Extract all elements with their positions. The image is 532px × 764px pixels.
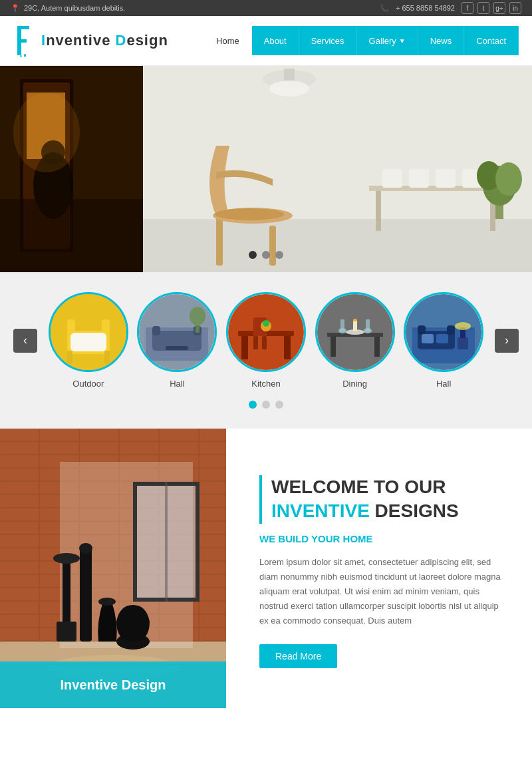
header: Inventive Design Home About Services Gal… bbox=[0, 16, 532, 66]
category-dining-circle bbox=[315, 292, 395, 372]
svg-point-93 bbox=[98, 598, 116, 606]
read-more-button[interactable]: Read More bbox=[259, 644, 337, 668]
svg-point-68 bbox=[353, 319, 357, 321]
svg-rect-51 bbox=[284, 336, 291, 359]
svg-rect-88 bbox=[196, 482, 200, 602]
nav-item-services[interactable]: Services bbox=[299, 26, 357, 55]
svg-rect-87 bbox=[133, 482, 137, 602]
logo-icon-svg bbox=[13, 25, 39, 57]
carousel-page-dot-3[interactable] bbox=[275, 401, 283, 409]
category-dining[interactable]: Dining bbox=[315, 292, 395, 389]
svg-rect-47 bbox=[166, 346, 188, 350]
category-outdoor[interactable]: Outdoor bbox=[49, 292, 128, 389]
svg-rect-12 bbox=[0, 199, 143, 272]
logo-text: Inventive Design bbox=[41, 32, 168, 49]
svg-rect-50 bbox=[241, 336, 248, 359]
svg-rect-61 bbox=[374, 337, 380, 357]
category-outdoor-circle bbox=[49, 292, 128, 372]
dropdown-arrow-icon: ▼ bbox=[399, 37, 406, 45]
svg-rect-90 bbox=[165, 482, 168, 602]
about-image-label-text: Inventive Design bbox=[61, 677, 166, 693]
carousel-pages bbox=[13, 401, 519, 409]
location-icon: 📍 bbox=[11, 4, 20, 13]
nav-item-news[interactable]: News bbox=[418, 26, 465, 55]
svg-rect-39 bbox=[70, 333, 106, 351]
facebook-icon[interactable]: f bbox=[462, 2, 473, 14]
svg-point-46 bbox=[190, 307, 205, 325]
twitter-icon[interactable]: t bbox=[477, 2, 489, 14]
about-title-line1: WELCOME TO OUR bbox=[271, 477, 446, 497]
svg-rect-54 bbox=[253, 336, 258, 349]
linkedin-icon[interactable]: in bbox=[509, 2, 521, 14]
svg-rect-27 bbox=[436, 169, 456, 188]
svg-rect-91 bbox=[80, 548, 92, 642]
category-kitchen-circle bbox=[226, 292, 306, 372]
svg-rect-4 bbox=[24, 54, 26, 57]
category-kitchen[interactable]: Kitchen bbox=[226, 292, 306, 389]
svg-rect-73 bbox=[447, 325, 455, 335]
category-kitchen-label: Kitchen bbox=[251, 379, 280, 389]
top-bar-left: 📍 29C, Autem quibusdam debitis. bbox=[11, 4, 125, 13]
svg-point-76 bbox=[455, 322, 471, 330]
svg-rect-15 bbox=[284, 69, 295, 82]
category-hall2-label: Hall bbox=[436, 379, 451, 389]
svg-rect-38 bbox=[104, 351, 110, 364]
categories-section: ‹ bbox=[0, 272, 532, 429]
main-nav: Home About Services Gallery ▼ News Conta… bbox=[204, 26, 519, 55]
category-hall-label: Hall bbox=[170, 379, 184, 389]
top-bar-right: 📞 + 655 8858 54892 f t g+ in bbox=[380, 2, 521, 14]
hero-right-panel bbox=[143, 66, 532, 272]
nav-item-contact[interactable]: Contact bbox=[464, 26, 519, 55]
carousel-next-button[interactable]: › bbox=[495, 329, 519, 353]
about-title: WELCOME TO OUR INVENTIVE DESIGNS bbox=[259, 475, 505, 524]
nav-item-gallery[interactable]: Gallery ▼ bbox=[357, 26, 418, 55]
svg-rect-2 bbox=[17, 39, 27, 43]
social-icons: f t g+ in bbox=[462, 2, 521, 14]
svg-rect-53 bbox=[253, 332, 267, 336]
about-title-line2: DESIGNS bbox=[375, 500, 459, 521]
about-title-highlight: INVENTIVE bbox=[271, 500, 370, 521]
carousel-page-dot-2[interactable] bbox=[262, 401, 270, 409]
category-hall2-circle bbox=[404, 292, 483, 372]
top-bar: 📍 29C, Autem quibusdam debitis. 📞 + 655 … bbox=[0, 0, 532, 16]
outdoor-image bbox=[51, 294, 126, 370]
slider-dot-3[interactable] bbox=[275, 251, 283, 259]
svg-rect-35 bbox=[67, 319, 75, 334]
nav-item-about[interactable]: About bbox=[252, 26, 299, 55]
categories-list: Outdoor bbox=[37, 292, 495, 389]
about-body-text: Lorem ipsum dolor sit amet, consectetuer… bbox=[259, 555, 505, 628]
hero-inner bbox=[0, 66, 532, 272]
svg-point-97 bbox=[53, 553, 80, 564]
slider-dot-2[interactable] bbox=[262, 251, 270, 259]
category-hall2[interactable]: Hall bbox=[404, 292, 483, 389]
carousel-prev-button[interactable]: ‹ bbox=[13, 329, 37, 353]
about-image-panel: Inventive Design bbox=[0, 429, 226, 708]
svg-rect-96 bbox=[63, 562, 70, 622]
svg-rect-3 bbox=[20, 55, 22, 57]
about-subtitle: WE BUILD YOUR HOME bbox=[259, 533, 505, 544]
svg-rect-65 bbox=[366, 319, 370, 331]
hero-left-svg bbox=[0, 66, 143, 272]
svg-rect-26 bbox=[409, 169, 429, 188]
svg-rect-55 bbox=[262, 336, 267, 349]
svg-point-32 bbox=[495, 162, 522, 196]
category-hall[interactable]: Hall bbox=[137, 292, 217, 389]
logo: Inventive Design bbox=[13, 25, 168, 57]
dining-svg bbox=[317, 294, 393, 370]
hall2-svg bbox=[406, 294, 481, 370]
hall-svg bbox=[139, 294, 215, 370]
svg-rect-23 bbox=[376, 191, 381, 231]
category-dining-label: Dining bbox=[342, 379, 367, 389]
svg-rect-36 bbox=[102, 319, 110, 334]
category-hall-circle bbox=[137, 292, 217, 372]
slider-dot-1[interactable] bbox=[249, 251, 257, 259]
svg-rect-67 bbox=[353, 321, 357, 331]
hero-slider bbox=[0, 66, 532, 272]
hero-left-panel bbox=[0, 66, 143, 272]
googleplus-icon[interactable]: g+ bbox=[493, 2, 505, 14]
about-image-caption: Inventive Design bbox=[0, 662, 226, 708]
phone-text: + 655 8858 54892 bbox=[396, 4, 455, 12]
nav-item-home[interactable]: Home bbox=[204, 26, 252, 55]
address-text: 29C, Autem quibusdam debitis. bbox=[24, 4, 125, 12]
carousel-page-dot-1[interactable] bbox=[249, 401, 257, 409]
